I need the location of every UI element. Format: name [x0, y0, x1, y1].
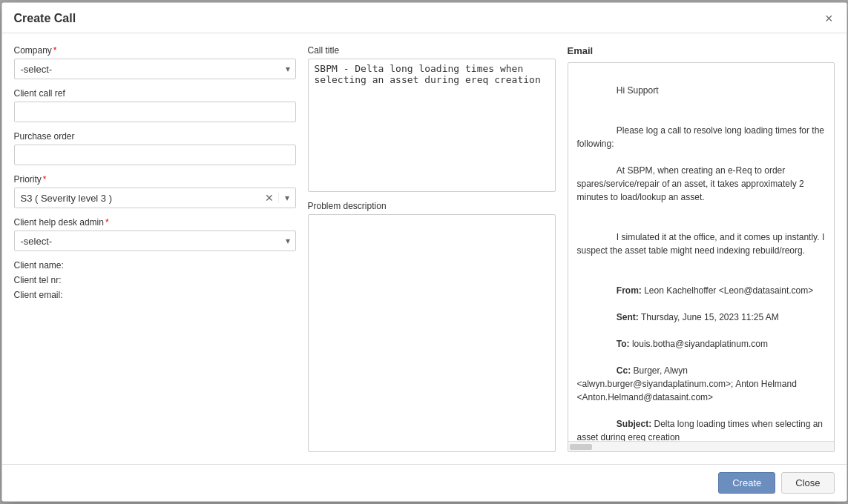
problem-description-input[interactable]	[308, 214, 556, 452]
client-name-label: Client name:	[14, 260, 296, 271]
company-select-wrapper[interactable]: -select- ▾	[14, 59, 296, 79]
call-title-label: Call title	[308, 45, 556, 56]
modal-body: Company* -select- ▾ Client call ref	[2, 33, 847, 464]
call-title-field-group: Call title	[308, 45, 556, 192]
company-select[interactable]: -select-	[14, 59, 296, 79]
client-call-ref-label: Client call ref	[14, 88, 296, 99]
client-email-label: Client email:	[14, 290, 296, 300]
email-scroll-area[interactable]: Hi Support Please log a call to resolve …	[568, 63, 834, 441]
email-body: Hi Support Please log a call to resolve …	[577, 70, 825, 441]
priority-value: S3 ( Severity level 3 )	[15, 189, 260, 208]
left-column: Company* -select- ▾ Client call ref	[14, 45, 296, 452]
client-info-rows: Client name: Client tel nr: Client email…	[14, 260, 296, 300]
modal-title: Create Call	[14, 12, 76, 25]
modal-header: Create Call ×	[2, 3, 847, 33]
client-call-ref-input[interactable]	[14, 102, 296, 122]
client-tel-label: Client tel nr:	[14, 275, 296, 285]
client-help-desk-admin-select[interactable]: -select-	[14, 231, 296, 251]
right-column: Email Hi Support Please log a call to re…	[568, 45, 835, 452]
email-section-title: Email	[568, 45, 835, 56]
create-button[interactable]: Create	[718, 472, 775, 494]
client-help-desk-admin-field-group: Client help desk admin* -select- ▾	[14, 217, 296, 251]
client-call-ref-field-group: Client call ref	[14, 88, 296, 122]
priority-select-wrapper[interactable]: S3 ( Severity level 3 ) ✕ ▾	[14, 188, 296, 208]
close-icon[interactable]: ×	[824, 12, 835, 25]
client-help-desk-admin-select-wrapper[interactable]: -select- ▾	[14, 231, 296, 251]
email-section: Email Hi Support Please log a call to re…	[568, 45, 835, 452]
client-help-desk-admin-label: Client help desk admin*	[14, 217, 296, 228]
problem-description-label: Problem description	[308, 201, 556, 211]
email-content-box: Hi Support Please log a call to resolve …	[568, 62, 835, 452]
middle-column: Call title Problem description	[308, 45, 556, 452]
call-title-input[interactable]	[308, 59, 556, 192]
modal-overlay: Create Call × Company* -select- ▾	[0, 0, 848, 504]
problem-description-field-group: Problem description	[308, 201, 556, 452]
close-button[interactable]: Close	[781, 472, 834, 494]
email-horizontal-scrollbar[interactable]	[568, 441, 834, 451]
priority-label: Priority*	[14, 174, 296, 185]
clear-priority-icon[interactable]: ✕	[260, 192, 278, 204]
company-field-group: Company* -select- ▾	[14, 45, 296, 79]
scrollbar-thumb	[570, 444, 592, 450]
company-label: Company*	[14, 45, 296, 56]
modal-footer: Create Close	[2, 464, 847, 501]
purchase-order-field-group: Purchase order	[14, 131, 296, 165]
purchase-order-input[interactable]	[14, 145, 296, 165]
purchase-order-label: Purchase order	[14, 131, 296, 142]
create-call-modal: Create Call × Company* -select- ▾	[1, 2, 847, 502]
priority-chevron-down-icon[interactable]: ▾	[278, 193, 295, 203]
priority-field-group: Priority* S3 ( Severity level 3 ) ✕ ▾	[14, 174, 296, 208]
